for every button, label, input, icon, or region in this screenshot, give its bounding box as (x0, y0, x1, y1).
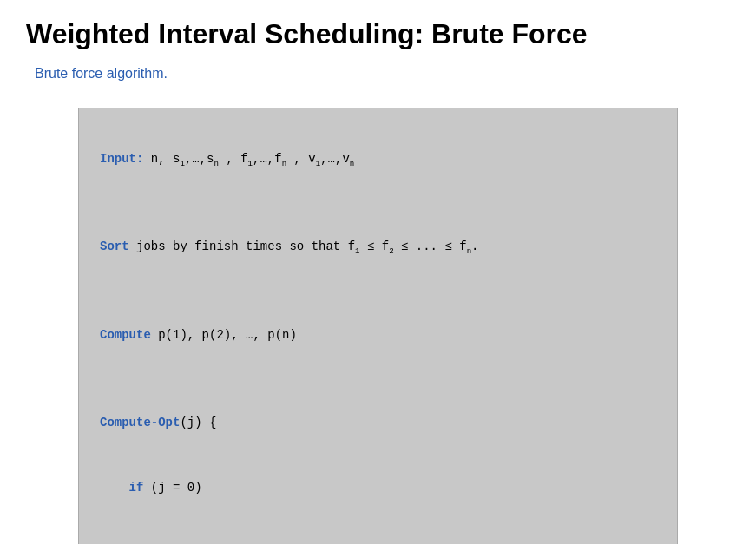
code-block: Input: n, s1,…,sn , f1,…,fn , v1,…,vn So… (78, 108, 678, 544)
code-line-5: Compute p(1), p(2), …, p(n) (100, 303, 656, 369)
code-line-4 (100, 281, 656, 303)
code-line-6 (100, 368, 656, 390)
subtitle: Brute force algorithm. (35, 66, 730, 82)
code-line-3: Sort jobs by finish times so that f1 ≤ f… (100, 214, 656, 281)
code-line-9: return 0 (100, 521, 656, 544)
code-line-7: Compute-Opt(j) { (100, 390, 656, 456)
code-line-2 (100, 193, 656, 214)
code-line-1: Input: n, s1,…,sn , f1,…,fn , v1,…,vn (100, 126, 656, 193)
code-line-8: if (j = 0) (100, 456, 656, 521)
page-title: Weighted Interval Scheduling: Brute Forc… (26, 17, 730, 50)
